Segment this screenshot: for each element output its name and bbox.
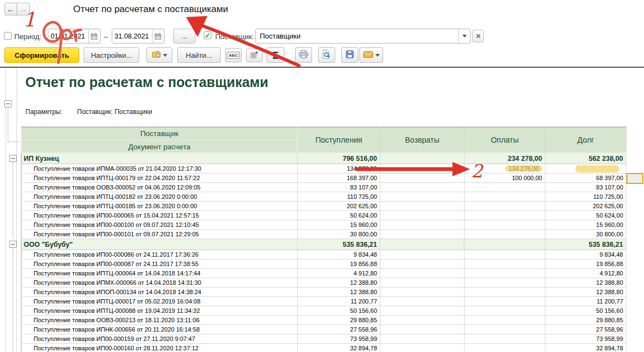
payments-cell[interactable]: 100 000,00 [465,174,545,183]
period-checkbox[interactable] [4,32,12,40]
returns-cell[interactable] [380,174,465,183]
settings-button[interactable]: Настройки... [84,47,139,63]
receipts-cell[interactable]: 110 725,00 [298,192,380,202]
document-cell[interactable]: Поступление товаров ИПОП-000134 от 14.04… [21,288,298,297]
returns-cell[interactable] [380,211,465,220]
debt-cell[interactable]: 12 388,80 [545,288,626,297]
returns-cell[interactable] [380,202,465,211]
header-debt[interactable]: Долг [545,127,626,153]
returns-cell[interactable] [380,334,465,344]
debt-cell[interactable]: 50 624,00 [545,211,626,220]
group-receipts-cell[interactable]: 796 516,00 [298,153,380,164]
debt-cell[interactable]: 27 558,96 [545,325,626,334]
document-cell[interactable]: Поступление товаров ООВЗ-000052 от 04.06… [21,183,298,192]
collapse-group2-minus-icon[interactable] [9,241,17,248]
debt-cell[interactable]: 30 800,00 [545,230,626,239]
document-cell[interactable]: Поступление товаров ИП00-000159 от 27.11… [21,334,298,344]
receipts-cell[interactable]: 15 960,00 [298,220,380,230]
payments-cell[interactable]: 134 278,00 [465,164,545,174]
receipts-cell[interactable]: 168 397,00 [298,174,380,183]
document-cell[interactable]: Поступление товаров ИП00-000065 от 15.04… [21,211,298,220]
document-cell[interactable]: Поступление товаров ИПТЦ-000088 от 19.04… [21,306,298,316]
receipts-cell[interactable]: 11 200,77 [298,297,380,306]
document-cell[interactable]: Поступление товаров ИП00-000100 от 09.07… [21,220,298,230]
returns-cell[interactable] [380,288,465,297]
debt-cell[interactable]: 29 880,85 [545,316,626,325]
returns-cell[interactable] [380,164,465,174]
send-mail-button[interactable] [359,47,383,63]
debt-cell[interactable]: 19 856,88 [545,259,626,269]
debt-cell[interactable]: 110 725,00 [545,192,626,202]
group-returns-cell[interactable] [380,239,465,250]
debt-cell[interactable]: 202 625,00 [545,202,626,211]
returns-cell[interactable] [380,230,465,239]
date-from-input[interactable] [48,29,88,43]
document-cell[interactable]: Поступление товаров ИПНК-000656 от 20.11… [21,325,298,334]
expand-groups-button[interactable] [246,48,263,62]
returns-cell[interactable] [380,325,465,334]
header-document[interactable]: Документ расчета [21,140,298,153]
back-button[interactable]: ← [4,3,17,15]
cell-selection-cursor[interactable] [626,173,643,184]
debt-cell[interactable]: 83 107,00 [545,183,626,192]
preview-button[interactable] [318,47,335,63]
receipts-cell[interactable]: 83 107,00 [298,183,380,192]
group-name-cell[interactable]: ООО "Бубубу" [21,239,298,250]
payments-cell[interactable] [465,250,545,259]
returns-cell[interactable] [380,259,465,269]
document-cell[interactable]: Поступление товаров ИПТЦ-000182 от 23.06… [21,192,298,202]
debt-cell[interactable]: 11 200,77 [545,297,626,306]
returns-cell[interactable] [380,344,465,352]
generate-button[interactable]: Сформировать [4,47,79,63]
print-button[interactable] [295,47,312,63]
returns-cell[interactable] [380,306,465,316]
payments-cell[interactable] [465,334,545,344]
group-payments-cell[interactable]: 234 278,00 [465,153,545,164]
debt-cell[interactable]: 73 958,99 [545,334,626,344]
receipts-cell[interactable]: 50 624,00 [298,211,380,220]
payments-cell[interactable] [465,278,545,288]
payments-cell[interactable] [465,297,545,306]
header-receipts[interactable]: Поступления [298,127,380,153]
spell-abc-button[interactable]: АБС [225,48,242,62]
returns-cell[interactable] [380,183,465,192]
returns-cell[interactable] [380,220,465,230]
payments-cell[interactable] [465,220,545,230]
document-cell[interactable]: Поступление товаров ИПТЦ-000064 от 14.04… [21,269,298,278]
collapse-report-minus-icon[interactable] [4,100,12,107]
receipts-cell[interactable]: 134 278,00 [298,164,380,174]
date-to-input[interactable] [112,29,152,43]
receipts-cell[interactable]: 32 894,78 [298,344,380,352]
payments-cell[interactable] [465,306,545,316]
document-cell[interactable]: Поступление товаров ИПТЦ-000185 от 23.06… [21,202,298,211]
returns-cell[interactable] [380,250,465,259]
payments-cell[interactable] [465,183,545,192]
save-button[interactable] [341,47,358,63]
supplier-dropdown-button[interactable] [458,29,470,43]
receipts-cell[interactable]: 73 958,99 [298,334,380,344]
supplier-input[interactable] [256,29,458,43]
document-cell[interactable]: Поступление товаров ИПМА-000035 от 21.04… [21,164,298,174]
returns-cell[interactable] [380,269,465,278]
receipts-cell[interactable]: 30 800,00 [298,230,380,239]
returns-cell[interactable] [380,278,465,288]
calendar-icon[interactable] [152,29,163,43]
debt-cell[interactable]: 9 834,48 [545,250,626,259]
group-name-cell[interactable]: ИП Кузнец [21,153,298,164]
calendar-icon[interactable] [88,29,100,43]
payments-cell[interactable] [465,230,545,239]
receipts-cell[interactable]: 27 558,96 [298,325,380,334]
document-cell[interactable]: Поступление товаров ИПТЦ-000179 от 22.04… [21,174,298,183]
document-cell[interactable]: Поступление товаров ИПТЦ-000017 от 05.02… [21,297,298,306]
group-returns-cell[interactable] [380,153,465,164]
receipts-cell[interactable]: 29 880,85 [298,316,380,325]
payments-cell[interactable] [465,316,545,325]
payments-cell[interactable] [465,344,545,352]
collapse-group1-minus-icon[interactable] [9,155,17,162]
payments-cell[interactable] [465,192,545,202]
debt-cell[interactable]: 50 156,60 [545,306,626,316]
document-cell[interactable]: Поступление товаров ИП00-000086 от 24.11… [21,250,298,259]
debt-cell[interactable]: 12 388,80 [545,278,626,288]
find-button[interactable]: Найти... [177,47,221,63]
document-cell[interactable]: Поступление товаров ИП00-000101 от 09.07… [21,230,298,239]
